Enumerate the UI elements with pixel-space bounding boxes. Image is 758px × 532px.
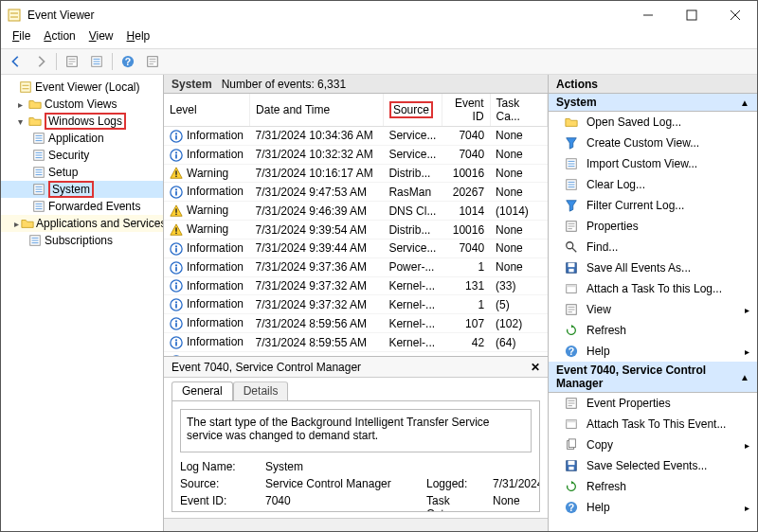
table-row[interactable]: Information7/31/2024 9:37:36 AMPower-...… <box>164 257 548 276</box>
action-save[interactable]: Save All Events As... <box>549 257 757 278</box>
close-button[interactable] <box>713 1 757 29</box>
table-row[interactable]: Information7/31/2024 9:37:32 AMKernel-..… <box>164 295 548 314</box>
props-icon <box>564 219 579 234</box>
detail-title: Event 7040, Service Control Manager <box>171 361 361 374</box>
action-copy[interactable]: Copy▸ <box>549 434 757 455</box>
table-row[interactable]: Information7/31/2024 8:59:55 AMKernel-..… <box>164 333 548 352</box>
action-label: Properties <box>587 220 639 233</box>
action-open[interactable]: Open Saved Log... <box>549 112 757 133</box>
action-help[interactable]: Help▸ <box>549 341 757 362</box>
menu-help[interactable]: Help <box>121 29 156 48</box>
action-help[interactable]: Help▸ <box>549 497 757 518</box>
action-view[interactable]: View▸ <box>549 299 757 320</box>
actions-pane: Actions System▲ Open Saved Log...Create … <box>549 75 757 531</box>
eventid-label: Event ID: <box>180 494 265 512</box>
detail-tabs: General Details <box>164 378 548 400</box>
col-source[interactable]: Source <box>383 94 442 127</box>
tree-forwarded[interactable]: Forwarded Events <box>1 198 163 215</box>
refresh-icon <box>564 479 579 494</box>
table-row[interactable]: Information7/31/2024 9:37:32 AMKernel-..… <box>164 276 548 295</box>
table-row[interactable]: Warning7/31/2024 10:16:17 AMDistrib...10… <box>164 164 548 183</box>
import-icon <box>564 156 579 171</box>
toolbar <box>1 48 757 75</box>
eventid-value: 7040 <box>265 494 426 512</box>
action-refresh[interactable]: Refresh <box>549 476 757 497</box>
tree-windows-logs[interactable]: ▾Windows Logs <box>1 113 163 130</box>
event-viewer-window: Event Viewer File Action View Help Event… <box>0 0 758 532</box>
menu-view[interactable]: View <box>83 29 119 48</box>
tree-label: Application <box>48 132 104 145</box>
tree-security[interactable]: Security <box>1 147 163 164</box>
action-filter[interactable]: Filter Current Log... <box>549 195 757 216</box>
nav-forward-icon[interactable] <box>31 52 50 71</box>
col-source-label-highlighted: Source <box>389 101 433 118</box>
action-refresh[interactable]: Refresh <box>549 320 757 341</box>
tree-custom-views[interactable]: ▸Custom Views <box>1 96 163 113</box>
toolbar-help-icon[interactable] <box>118 52 137 71</box>
tree-subscriptions[interactable]: Subscriptions <box>1 232 163 249</box>
col-event-id[interactable]: Event ID <box>442 94 490 127</box>
help-icon <box>564 500 579 515</box>
col-datetime[interactable]: Date and Time <box>250 94 384 127</box>
col-level[interactable]: Level <box>164 94 250 127</box>
table-row[interactable]: Warning7/31/2024 9:39:54 AMDistrib...100… <box>164 221 548 239</box>
minimize-button[interactable] <box>626 1 670 29</box>
tab-details[interactable]: Details <box>233 381 289 400</box>
table-row[interactable]: Information7/31/2024 9:47:53 AMRasMan202… <box>164 183 548 202</box>
warn-icon <box>170 204 183 218</box>
menu-file[interactable]: File <box>7 29 36 48</box>
action-label: Attach a Task To this Log... <box>587 282 722 295</box>
warn-icon <box>170 223 183 237</box>
detail-body: The start type of the Background Intelli… <box>171 400 540 512</box>
event-description: The start type of the Background Intelli… <box>180 409 532 452</box>
warn-icon <box>170 167 183 180</box>
action-props[interactable]: Properties <box>549 216 757 237</box>
horizontal-scrollbar[interactable] <box>164 518 548 531</box>
tree-label-highlighted: System <box>48 181 94 198</box>
info-icon <box>170 130 183 143</box>
table-row[interactable]: Information7/31/2024 10:34:36 AMService.… <box>164 127 548 146</box>
action-label: Open Saved Log... <box>587 115 681 129</box>
detail-header: Event 7040, Service Control Manager ✕ <box>164 357 548 378</box>
tab-general[interactable]: General <box>171 381 233 400</box>
action-create[interactable]: Create Custom View... <box>549 133 757 153</box>
tree-application[interactable]: Application <box>1 130 163 147</box>
tree-setup[interactable]: Setup <box>1 164 163 181</box>
table-row[interactable]: Information7/31/2024 9:39:44 AMService..… <box>164 239 548 257</box>
actions-section-system[interactable]: System▲ <box>549 94 757 112</box>
detail-close-icon[interactable]: ✕ <box>531 361 540 374</box>
help-icon <box>564 344 579 359</box>
table-row[interactable]: Warning7/31/2024 9:46:39 AMDNS Cl...1014… <box>164 202 548 221</box>
tree-label: Forwarded Events <box>48 200 140 213</box>
action-task[interactable]: Attach Task To This Event... <box>549 414 757 434</box>
action-save[interactable]: Save Selected Events... <box>549 455 757 476</box>
action-find[interactable]: Find... <box>549 237 757 257</box>
maximize-button[interactable] <box>670 1 713 29</box>
col-task-category[interactable]: Task Ca... <box>490 94 547 127</box>
menu-action[interactable]: Action <box>38 29 81 48</box>
tree-system[interactable]: System <box>1 181 163 198</box>
tree-apps-services[interactable]: ▸Applications and Services Logs <box>1 215 163 232</box>
middle-header: System Number of events: 6,331 <box>164 75 548 94</box>
tree-label: Custom Views <box>45 98 117 111</box>
clear-icon <box>564 177 579 192</box>
table-row[interactable]: Information7/31/2024 8:59:56 AMKernel-..… <box>164 314 548 333</box>
actions-section-event[interactable]: Event 7040, Service Control Manager▲ <box>549 362 757 393</box>
event-properties-grid: Log Name: System Source: Service Control… <box>180 460 532 512</box>
toolbar-explorer-icon[interactable] <box>63 52 81 71</box>
nav-back-icon[interactable] <box>7 52 26 71</box>
action-clear[interactable]: Clear Log... <box>549 174 757 195</box>
action-label: Attach Task To This Event... <box>587 417 726 431</box>
action-task[interactable]: Attach a Task To this Log... <box>549 278 757 299</box>
action-label: Create Custom View... <box>587 136 699 150</box>
action-label: Copy <box>587 438 613 452</box>
toolbar-props-icon[interactable] <box>143 52 162 71</box>
event-table[interactable]: Level Date and Time Source Event ID Task… <box>164 94 548 357</box>
tree-root[interactable]: Event Viewer (Local) <box>1 79 163 96</box>
source-label: Source: <box>180 477 265 490</box>
action-import[interactable]: Import Custom View... <box>549 153 757 174</box>
table-row[interactable]: Information7/31/2024 10:32:32 AMService.… <box>164 145 548 164</box>
toolbar-list-icon[interactable] <box>87 52 106 71</box>
tree-label: Subscriptions <box>45 234 113 247</box>
action-props[interactable]: Event Properties <box>549 393 757 414</box>
